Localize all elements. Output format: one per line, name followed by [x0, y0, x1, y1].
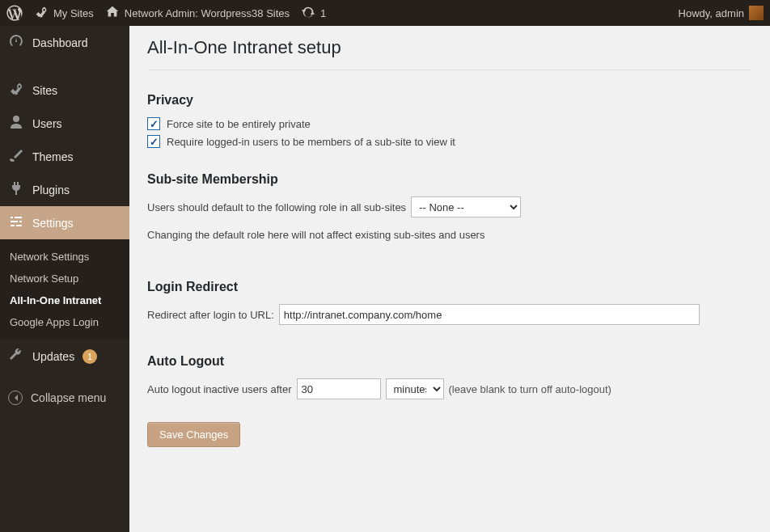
section-autologout-heading: Auto Logout	[147, 354, 752, 369]
updates-indicator[interactable]: 1	[301, 5, 326, 22]
section-privacy-heading: Privacy	[147, 93, 752, 108]
note-membership: Changing the default role here will not …	[147, 229, 752, 241]
network-admin-label: Network Admin: Wordpress38 Sites	[125, 7, 290, 19]
input-redirect-url[interactable]	[279, 304, 700, 325]
main-content: All-In-One Intranet setup Privacy Force …	[129, 26, 770, 532]
admin-bar: My Sites Network Admin: Wordpress38 Site…	[0, 0, 770, 26]
hint-autologout: (leave blank to turn off auto-logout)	[449, 383, 611, 395]
sidebar-label: Updates	[32, 350, 74, 363]
sidebar-label: Users	[32, 117, 62, 130]
key-icon	[34, 5, 49, 22]
sidebar-item-users[interactable]: Users	[0, 107, 129, 140]
brush-icon	[8, 147, 24, 166]
label-force-private[interactable]: Force site to be entirely private	[167, 118, 311, 130]
label-redirect-url: Redirect after login to URL:	[147, 309, 274, 321]
submenu-network-settings[interactable]: Network Settings	[0, 246, 129, 268]
key-icon	[8, 81, 24, 99]
save-button[interactable]: Save Changes	[147, 422, 240, 447]
sidebar-item-sites[interactable]: Sites	[0, 74, 129, 107]
sidebar-label: Settings	[32, 217, 74, 230]
page-title: All-In-One Intranet setup	[147, 37, 752, 70]
label-autologout: Auto logout inactive users after	[147, 383, 292, 395]
wrench-icon	[8, 347, 24, 365]
refresh-icon	[301, 5, 315, 22]
dashboard-icon	[8, 33, 24, 52]
howdy-label: Howdy, admin	[679, 7, 744, 19]
sidebar-label: Themes	[32, 150, 74, 163]
collapse-icon	[8, 391, 23, 405]
settings-submenu: Network Settings Network Setup All-In-On…	[0, 239, 129, 340]
input-autologout-minutes[interactable]	[297, 378, 381, 399]
checkbox-force-private[interactable]	[147, 117, 160, 130]
sidebar-item-updates[interactable]: Updates 1	[0, 340, 129, 373]
checkbox-require-member[interactable]	[147, 135, 160, 148]
my-sites-label: My Sites	[53, 7, 94, 19]
collapse-label: Collapse menu	[31, 391, 106, 404]
network-admin-link[interactable]: Network Admin: Wordpress38 Sites	[105, 5, 290, 22]
label-require-member[interactable]: Require logged-in users to be members of…	[167, 136, 455, 148]
section-redirect-heading: Login Redirect	[147, 280, 752, 294]
submenu-google-apps-login[interactable]: Google Apps Login	[0, 311, 129, 333]
label-default-role: Users should default to the following ro…	[147, 201, 406, 213]
submenu-network-setup[interactable]: Network Setup	[0, 268, 129, 289]
submenu-aio-intranet[interactable]: All-In-One Intranet	[0, 289, 129, 311]
sliders-icon	[8, 213, 24, 232]
sidebar-label: Dashboard	[32, 36, 88, 49]
admin-sidebar: Dashboard Sites Users Themes Plugins	[0, 26, 129, 532]
select-autologout-unit[interactable]: minutes	[386, 378, 444, 399]
sidebar-label: Plugins	[32, 184, 70, 196]
my-sites-link[interactable]: My Sites	[34, 5, 94, 22]
wordpress-logo-icon[interactable]	[6, 5, 23, 21]
updates-badge: 1	[82, 349, 97, 364]
sidebar-item-plugins[interactable]: Plugins	[0, 173, 129, 206]
home-icon	[105, 5, 120, 22]
sidebar-item-dashboard[interactable]: Dashboard	[0, 26, 129, 59]
section-membership-heading: Sub-site Membership	[147, 172, 752, 187]
plugin-icon	[8, 180, 24, 199]
sidebar-label: Sites	[32, 84, 57, 97]
howdy-user[interactable]: Howdy, admin	[679, 6, 764, 20]
sidebar-item-settings[interactable]: Settings	[0, 206, 129, 239]
updates-count-label: 1	[320, 7, 326, 19]
avatar	[749, 6, 764, 20]
collapse-menu[interactable]: Collapse menu	[0, 384, 129, 412]
user-icon	[8, 114, 24, 133]
select-default-role[interactable]: -- None --	[411, 196, 521, 217]
sidebar-item-themes[interactable]: Themes	[0, 140, 129, 173]
